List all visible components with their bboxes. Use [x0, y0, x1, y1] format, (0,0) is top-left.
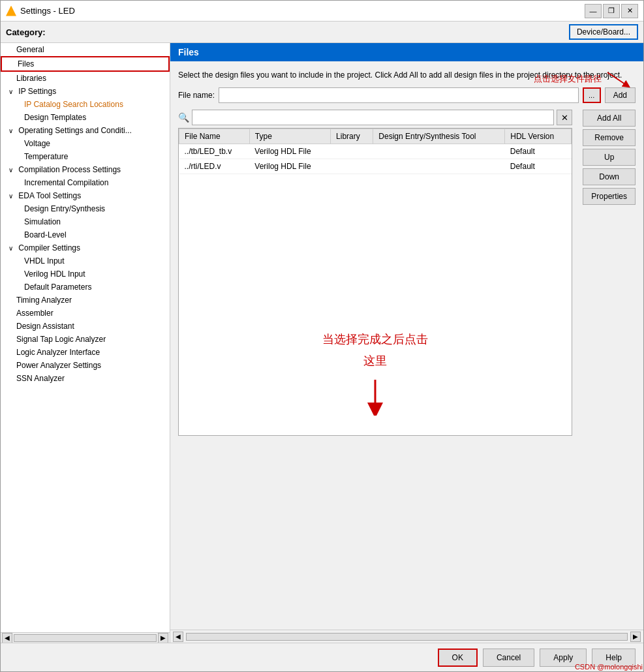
window-title: Settings - LED — [20, 6, 585, 16]
sidebar-item-general[interactable]: General — [1, 43, 170, 56]
svg-line-0 — [607, 72, 627, 85]
sidebar-item-board-level[interactable]: Board-Level — [1, 228, 170, 241]
cell-filename: ../tb/LED_tb.v — [179, 144, 250, 159]
left-panel: General Files Libraries ∨ IP Settings IP… — [1, 43, 170, 643]
body-area: General Files Libraries ∨ IP Settings IP… — [1, 43, 643, 643]
sidebar-item-temperature[interactable]: Temperature — [1, 150, 170, 163]
cell-type: Verilog HDL File — [249, 144, 330, 159]
app-icon — [6, 6, 16, 16]
sidebar-item-simulation[interactable]: Simulation — [1, 215, 170, 228]
main-window: Settings - LED — ❐ ✕ Category: Device/Bo… — [0, 0, 644, 672]
sidebar-item-timing-analyzer[interactable]: Timing Analyzer — [1, 294, 170, 307]
left-panel-scrollbar-area: ◀ ▶ — [1, 632, 170, 643]
ok-button[interactable]: OK — [438, 649, 478, 667]
sidebar-item-compiler-settings[interactable]: ∨ Compiler Settings — [1, 241, 170, 254]
col-hdl-version: HDL Version — [505, 129, 572, 144]
search-row: 🔍 ✕ — [178, 110, 572, 125]
sidebar-item-libraries[interactable]: Libraries — [1, 72, 170, 85]
cell-hdl-version: Default — [505, 144, 572, 159]
side-buttons: Add All Remove Up Down Properties — [583, 110, 636, 205]
file-table-container: File Name Type Library Design Entry/Synt… — [178, 128, 572, 436]
file-table: File Name Type Library Design Entry/Synt… — [179, 129, 572, 174]
right-panel: Files Select the design files you want t… — [170, 43, 643, 643]
top-bar: Category: Device/Board... — [1, 22, 643, 43]
sidebar-item-design-assistant[interactable]: Design Assistant — [1, 320, 170, 333]
annotation-chinese: 当选择完成之后点击这里 — [322, 329, 428, 371]
sidebar-item-logic-analyzer[interactable]: Logic Analyzer Interface — [1, 346, 170, 359]
sidebar-item-design-entry[interactable]: Design Entry/Synthesis — [1, 202, 170, 215]
left-scrollbar[interactable] — [14, 634, 157, 642]
cell-library — [331, 159, 373, 174]
scroll-right-button[interactable]: ▶ — [630, 632, 641, 642]
clear-search-button[interactable]: ✕ — [557, 110, 572, 125]
category-label: Category: — [6, 27, 46, 37]
cell-design-entry — [373, 144, 505, 159]
browse-button[interactable]: ... — [583, 87, 601, 103]
cell-library — [331, 144, 373, 159]
device-board-button[interactable]: Device/Board... — [569, 24, 638, 40]
sidebar-item-ip-settings[interactable]: ∨ IP Settings — [1, 85, 170, 98]
sidebar-item-signal-tap[interactable]: Signal Tap Logic Analyzer — [1, 333, 170, 346]
red-arrow-icon — [604, 69, 630, 89]
annotation-area: 当选择完成之后点击这里 — [179, 174, 572, 435]
scroll-left-button[interactable]: ◀ — [173, 632, 183, 642]
file-name-label: File name: — [178, 91, 215, 100]
sidebar-item-power-analyzer[interactable]: Power Analyzer Settings — [1, 359, 170, 372]
sidebar-item-assembler[interactable]: Assembler — [1, 307, 170, 320]
sidebar-item-files[interactable]: Files — [1, 56, 170, 72]
description-container: Select the design files you want to incl… — [178, 69, 636, 81]
search-input[interactable] — [192, 110, 554, 125]
search-and-buttons: 🔍 ✕ File Name Type — [178, 110, 636, 436]
annotation-click-path: 点击选择文件路径 — [534, 69, 630, 89]
table-row[interactable]: ../rti/LED.v Verilog HDL File Default — [179, 159, 572, 174]
sidebar-item-vhdl-input[interactable]: VHDL Input — [1, 254, 170, 267]
search-icon: 🔍 — [178, 112, 189, 123]
sidebar-item-incremental-compilation[interactable]: Incremental Compilation — [1, 176, 170, 189]
sidebar-item-ssn-analyzer[interactable]: SSN Analyzer — [1, 372, 170, 385]
cancel-button[interactable]: Cancel — [483, 649, 534, 667]
table-row[interactable]: ../tb/LED_tb.v Verilog HDL File Default — [179, 144, 572, 159]
file-name-row: File name: ... Add — [178, 87, 636, 103]
restore-button[interactable]: ❐ — [603, 4, 620, 18]
bottom-scroll-area: ◀ ▶ — [170, 630, 643, 643]
cell-type: Verilog HDL File — [249, 159, 330, 174]
bottom-buttons: OK Cancel Apply Help — [1, 643, 643, 671]
title-bar: Settings - LED — ❐ ✕ — [1, 1, 643, 22]
cell-design-entry — [373, 159, 505, 174]
col-design-entry: Design Entry/Synthesis Tool — [373, 129, 505, 144]
close-button[interactable]: ✕ — [621, 4, 638, 18]
sidebar-item-voltage[interactable]: Voltage — [1, 137, 170, 150]
add-button[interactable]: Add — [605, 87, 636, 103]
sidebar-item-eda-tool[interactable]: ∨ EDA Tool Settings — [1, 189, 170, 202]
col-library: Library — [331, 129, 373, 144]
main-content: Category: Device/Board... General Files … — [1, 22, 643, 671]
search-table-area: 🔍 ✕ File Name Type — [178, 110, 572, 436]
file-name-input[interactable] — [219, 87, 579, 103]
sidebar-item-design-templates[interactable]: Design Templates — [1, 111, 170, 124]
sidebar-item-compilation-process[interactable]: ∨ Compilation Process Settings — [1, 163, 170, 176]
watermark: CSDN @molongqishi — [575, 663, 643, 671]
horizontal-scrollbar[interactable] — [186, 633, 628, 641]
down-arrow-icon — [349, 376, 401, 416]
cell-filename: ../rti/LED.v — [179, 159, 250, 174]
add-all-button[interactable]: Add All — [583, 110, 636, 127]
panel-body: Select the design files you want to incl… — [170, 61, 643, 630]
col-filename: File Name — [179, 129, 250, 144]
sidebar-item-operating-settings[interactable]: ∨ Operating Settings and Conditi... — [1, 124, 170, 137]
left-scroll-left[interactable]: ◀ — [2, 633, 12, 643]
sidebar-item-default-params[interactable]: Default Parameters — [1, 281, 170, 294]
window-controls: — ❐ ✕ — [585, 4, 638, 18]
properties-button[interactable]: Properties — [583, 188, 636, 205]
panel-header: Files — [170, 43, 643, 61]
down-button[interactable]: Down — [583, 168, 636, 185]
minimize-button[interactable]: — — [585, 4, 602, 18]
up-button[interactable]: Up — [583, 149, 636, 166]
sidebar-item-ip-catalog[interactable]: IP Catalog Search Locations — [1, 98, 170, 111]
left-scroll-right[interactable]: ▶ — [158, 633, 168, 643]
col-type: Type — [249, 129, 330, 144]
cell-hdl-version: Default — [505, 159, 572, 174]
sidebar-item-verilog-hdl[interactable]: Verilog HDL Input — [1, 267, 170, 281]
remove-button[interactable]: Remove — [583, 129, 636, 146]
